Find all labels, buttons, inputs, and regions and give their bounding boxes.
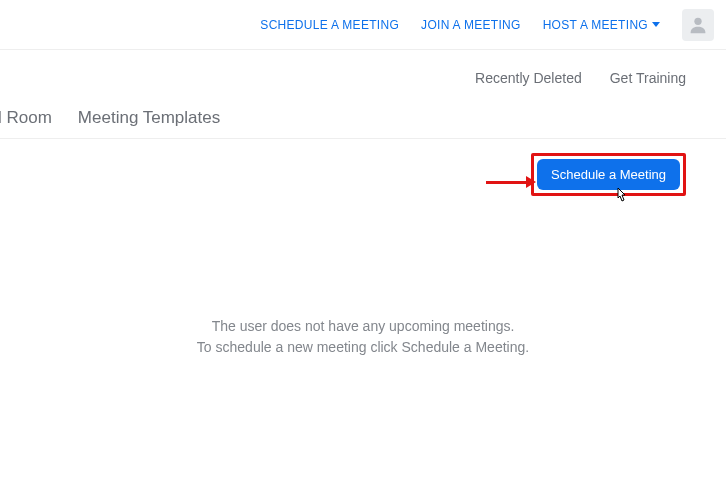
chevron-down-icon xyxy=(652,22,660,27)
sub-nav: Recently Deleted Get Training xyxy=(0,50,726,98)
schedule-meeting-button[interactable]: Schedule a Meeting xyxy=(537,159,680,190)
recently-deleted-link[interactable]: Recently Deleted xyxy=(475,70,582,86)
empty-state-line2: To schedule a new meeting click Schedule… xyxy=(40,337,686,358)
join-meeting-link[interactable]: JOIN A MEETING xyxy=(421,18,521,32)
annotation-highlight-box: Schedule a Meeting xyxy=(531,153,686,196)
top-nav-bar: SCHEDULE A MEETING JOIN A MEETING HOST A… xyxy=(0,0,726,50)
user-icon xyxy=(687,14,709,36)
schedule-meeting-link[interactable]: SCHEDULE A MEETING xyxy=(260,18,399,32)
svg-point-0 xyxy=(694,17,701,24)
empty-state-line1: The user does not have any upcoming meet… xyxy=(40,316,686,337)
host-meeting-dropdown[interactable]: HOST A MEETING xyxy=(543,18,660,32)
avatar[interactable] xyxy=(682,9,714,41)
get-training-link[interactable]: Get Training xyxy=(610,70,686,86)
tab-meeting-templates[interactable]: Meeting Templates xyxy=(78,108,220,128)
empty-state: The user does not have any upcoming meet… xyxy=(0,316,726,358)
tab-row: l Room Meeting Templates xyxy=(0,98,726,139)
tab-room[interactable]: l Room xyxy=(0,108,52,128)
host-meeting-label: HOST A MEETING xyxy=(543,18,648,32)
button-row: Schedule a Meeting xyxy=(0,139,726,196)
